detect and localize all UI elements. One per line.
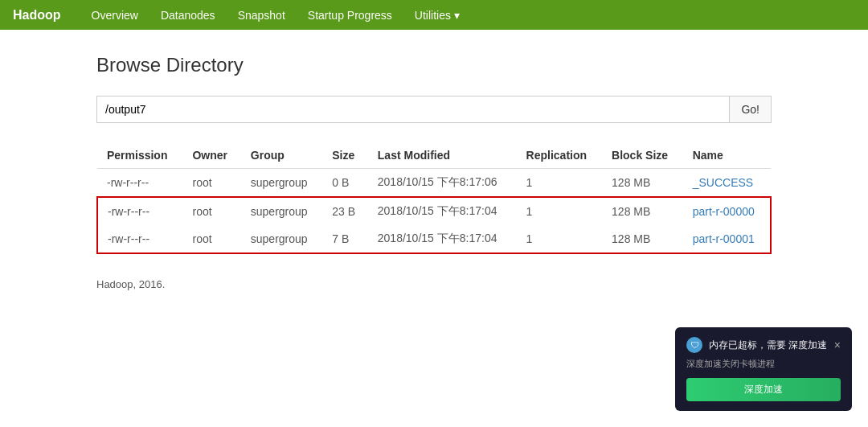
cell-last-modified: 2018/10/15 下午8:17:06 bbox=[368, 169, 517, 198]
nav-snapshot[interactable]: Snapshot bbox=[227, 0, 297, 30]
col-name: Name bbox=[683, 142, 771, 169]
cell-size: 23 B bbox=[322, 197, 368, 225]
col-permission: Permission bbox=[97, 142, 182, 169]
cell-group: supergroup bbox=[241, 197, 322, 225]
nav-overview[interactable]: Overview bbox=[80, 0, 149, 30]
cell-block-size: 128 MB bbox=[602, 197, 683, 225]
cell-block-size: 128 MB bbox=[602, 169, 683, 198]
navbar-brand: Hadoop bbox=[13, 8, 61, 23]
search-bar: Go! bbox=[96, 96, 772, 123]
cell-replication: 1 bbox=[517, 225, 602, 253]
chevron-down-icon: ▾ bbox=[454, 9, 460, 22]
navbar: Hadoop Overview Datanodes Snapshot Start… bbox=[0, 0, 868, 30]
nav-datanodes[interactable]: Datanodes bbox=[149, 0, 227, 30]
cell-owner: root bbox=[182, 225, 240, 253]
file-link[interactable]: part-r-00000 bbox=[693, 205, 755, 218]
col-replication: Replication bbox=[517, 142, 602, 169]
cell-name[interactable]: part-r-00001 bbox=[683, 225, 771, 253]
cell-group: supergroup bbox=[241, 169, 322, 198]
col-last-modified: Last Modified bbox=[368, 142, 517, 169]
cell-last-modified: 2018/10/15 下午8:17:04 bbox=[368, 225, 517, 253]
main-content: Browse Directory Go! Permission Owner Gr… bbox=[0, 30, 868, 314]
table-row: -rw-r--r--rootsupergroup0 B2018/10/15 下午… bbox=[97, 169, 771, 198]
col-block-size: Block Size bbox=[602, 142, 683, 169]
cell-replication: 1 bbox=[517, 197, 602, 225]
col-group: Group bbox=[241, 142, 322, 169]
nav-utilities[interactable]: Utilities ▾ bbox=[403, 0, 471, 30]
table-body: -rw-r--r--rootsupergroup0 B2018/10/15 下午… bbox=[97, 169, 771, 254]
cell-block-size: 128 MB bbox=[602, 225, 683, 253]
col-owner: Owner bbox=[182, 142, 240, 169]
table-row: -rw-r--r--rootsupergroup23 B2018/10/15 下… bbox=[97, 197, 771, 225]
file-link[interactable]: part-r-00001 bbox=[693, 232, 755, 245]
cell-last-modified: 2018/10/15 下午8:17:04 bbox=[368, 197, 517, 225]
file-link[interactable]: _SUCCESS bbox=[693, 176, 753, 189]
cell-replication: 1 bbox=[517, 169, 602, 198]
cell-size: 7 B bbox=[322, 225, 368, 253]
cell-owner: root bbox=[182, 197, 240, 225]
cell-size: 0 B bbox=[322, 169, 368, 198]
directory-table: Permission Owner Group Size Last Modifie… bbox=[96, 142, 772, 254]
col-size: Size bbox=[322, 142, 368, 169]
cell-permission: -rw-r--r-- bbox=[97, 169, 182, 198]
go-button[interactable]: Go! bbox=[730, 96, 772, 123]
cell-group: supergroup bbox=[241, 225, 322, 253]
cell-permission: -rw-r--r-- bbox=[97, 225, 182, 253]
cell-name[interactable]: _SUCCESS bbox=[683, 169, 771, 198]
cell-owner: root bbox=[182, 169, 240, 198]
cell-permission: -rw-r--r-- bbox=[97, 197, 182, 225]
table-header: Permission Owner Group Size Last Modifie… bbox=[97, 142, 771, 169]
table-row: -rw-r--r--rootsupergroup7 B2018/10/15 下午… bbox=[97, 225, 771, 253]
page-title: Browse Directory bbox=[96, 54, 772, 76]
cell-name[interactable]: part-r-00000 bbox=[683, 197, 771, 225]
search-input[interactable] bbox=[96, 96, 730, 123]
nav-utilities-label: Utilities bbox=[415, 9, 451, 22]
navbar-items: Overview Datanodes Snapshot Startup Prog… bbox=[80, 0, 471, 30]
footer: Hadoop, 2016. bbox=[96, 278, 772, 290]
nav-startup-progress[interactable]: Startup Progress bbox=[297, 0, 403, 30]
